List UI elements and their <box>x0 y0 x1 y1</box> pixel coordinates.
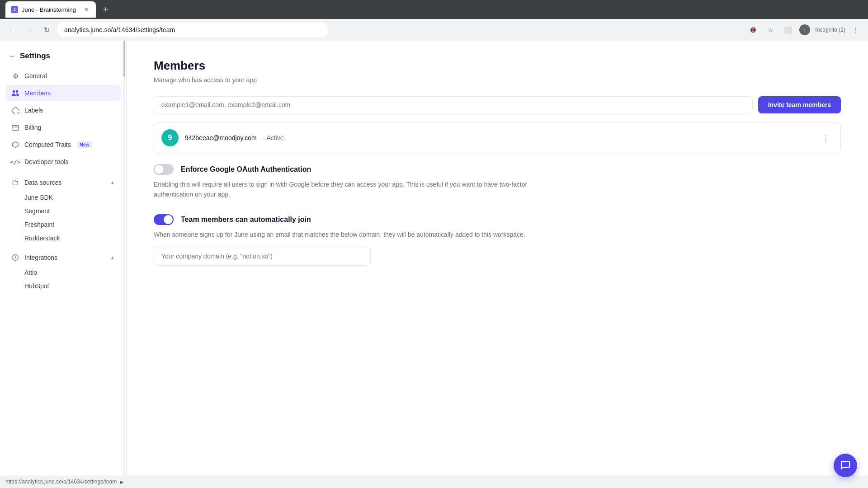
extensions-icon[interactable]: ⬜ <box>781 23 794 37</box>
sidebar-subitem-hubspot[interactable]: HubSpot <box>5 279 121 293</box>
sidebar-title: Settings <box>20 52 50 61</box>
google-oauth-title-row: Enforce Google OAuth Authentication <box>154 164 841 175</box>
data-sources-subitems: June SDK Segment Freshpaint Rudderstack <box>5 191 121 245</box>
auto-join-title: Team members can automatically join <box>181 216 311 224</box>
developer-tools-icon: </> <box>11 157 20 166</box>
new-badge: New <box>77 141 92 148</box>
chevron-up-icon-integrations: ▲ <box>110 254 115 261</box>
tab-close-button[interactable]: ✕ <box>82 5 90 14</box>
invite-team-members-button[interactable]: Invite team members <box>758 96 841 113</box>
integrations-subitems: Attio HubSpot <box>5 266 121 293</box>
sidebar-item-label: Billing <box>24 124 41 131</box>
auto-join-toggle-track[interactable] <box>154 214 174 225</box>
auto-join-toggle[interactable] <box>154 214 174 225</box>
sidebar-subitem-freshpaint[interactable]: Freshpaint <box>5 218 121 231</box>
tab-favicon: J <box>11 6 18 13</box>
bookmark-icon[interactable]: ☆ <box>764 23 777 37</box>
sidebar-subitem-june-sdk[interactable]: June SDK <box>5 191 121 204</box>
app-container: ← Settings ⚙ General Members <box>0 41 868 475</box>
sidebar-section-label: Integrations <box>24 254 57 261</box>
sidebar-section-label: Data sources <box>24 179 61 186</box>
member-avatar: 9 <box>161 129 179 146</box>
browser-actions: 📵 ☆ ⬜ I Incognito (2) ⋮ <box>746 23 863 37</box>
tab-title: June - Brainstorming <box>22 6 76 13</box>
auto-join-toggle-thumb <box>164 215 173 224</box>
page-subtitle: Manage who has access to your app <box>154 76 841 84</box>
svg-rect-0 <box>12 126 19 131</box>
google-oauth-description: Enabling this will require all users to … <box>154 179 561 200</box>
profile-icon[interactable]: I <box>798 23 811 37</box>
invite-row: Invite team members <box>154 96 841 113</box>
reload-button[interactable]: ↻ <box>40 23 53 37</box>
browser-chrome: J June - Brainstorming ✕ + <box>0 0 868 19</box>
member-more-button[interactable]: ⋮ <box>818 131 833 145</box>
sidebar-item-label: General <box>24 72 47 80</box>
sidebar-section-integrations: Integrations ▲ Attio HubSpot <box>5 249 121 293</box>
company-domain-input[interactable] <box>154 247 371 266</box>
main-content: Members Manage who has access to your ap… <box>127 41 868 475</box>
status-arrow-icon: ▶ <box>120 479 124 484</box>
google-oauth-toggle[interactable] <box>154 164 174 175</box>
google-oauth-title: Enforce Google OAuth Authentication <box>181 165 311 174</box>
invite-email-input[interactable] <box>154 96 753 113</box>
sidebar-nav: ⚙ General Members Labels <box>0 68 126 293</box>
integrations-icon <box>11 253 20 262</box>
member-email: 942beeae@moodjoy.com <box>185 134 257 141</box>
back-button[interactable]: ← <box>5 23 19 37</box>
general-icon: ⚙ <box>11 71 20 80</box>
sidebar-subitem-segment[interactable]: Segment <box>5 204 121 218</box>
computed-traits-icon <box>11 140 20 149</box>
sidebar-subitem-attio[interactable]: Attio <box>5 266 121 279</box>
address-bar-row: ← → ↻ 📵 ☆ ⬜ I Incognito (2) ⋮ <box>0 19 868 41</box>
sidebar-back-button[interactable]: ← Settings <box>0 48 126 68</box>
google-oauth-toggle-track[interactable] <box>154 164 174 175</box>
members-icon <box>11 89 20 98</box>
auto-join-section: Team members can automatically join When… <box>154 214 841 266</box>
scrollbar-track <box>123 41 125 475</box>
page-title: Members <box>154 59 841 73</box>
sidebar-section-data-sources: Data sources ▲ June SDK Segment Freshpai… <box>5 174 121 245</box>
sidebar: ← Settings ⚙ General Members <box>0 41 127 475</box>
data-sources-icon <box>11 178 20 187</box>
chevron-up-icon: ▲ <box>110 179 115 186</box>
incognito-avatar: I <box>799 24 810 35</box>
incognito-label: Incognito (2) <box>815 27 845 33</box>
sidebar-item-general[interactable]: ⚙ General <box>5 68 121 84</box>
sidebar-section-header-data-sources[interactable]: Data sources ▲ <box>5 174 121 191</box>
status-url: https://analytics.june.so/a/14634/settin… <box>5 479 117 485</box>
sidebar-item-members[interactable]: Members <box>5 85 121 101</box>
member-status: - Active <box>263 134 284 141</box>
auto-join-description: When someone signs up for June using an … <box>154 230 561 239</box>
new-tab-button[interactable]: + <box>99 3 112 17</box>
back-arrow-icon: ← <box>9 52 16 60</box>
sidebar-item-computed-traits[interactable]: Computed Traits New <box>5 136 121 153</box>
sidebar-item-label: Labels <box>24 107 43 114</box>
member-row: 9 942beeae@moodjoy.com - Active ⋮ <box>154 122 841 153</box>
auto-join-title-row: Team members can automatically join <box>154 214 841 225</box>
forward-button[interactable]: → <box>23 23 36 37</box>
google-oauth-section: Enforce Google OAuth Authentication Enab… <box>154 164 841 200</box>
sidebar-subitem-rudderstack[interactable]: Rudderstack <box>5 231 121 245</box>
menu-icon[interactable]: ⋮ <box>849 23 863 37</box>
sidebar-item-labels[interactable]: Labels <box>5 102 121 118</box>
browser-tab[interactable]: J June - Brainstorming ✕ <box>5 1 96 18</box>
sidebar-section-header-integrations[interactable]: Integrations ▲ <box>5 249 121 266</box>
address-input[interactable] <box>57 23 328 37</box>
sidebar-item-billing[interactable]: Billing <box>5 119 121 136</box>
billing-icon <box>11 123 20 132</box>
sidebar-item-label: Developer tools <box>24 158 68 165</box>
labels-icon <box>11 106 20 115</box>
sidebar-item-label: Computed Traits <box>24 141 71 148</box>
google-oauth-toggle-thumb <box>155 165 164 174</box>
sidebar-item-label: Members <box>24 89 51 97</box>
chat-button[interactable] <box>834 454 857 477</box>
sidebar-item-developer-tools[interactable]: </> Developer tools <box>5 154 121 170</box>
cast-icon: 📵 <box>746 23 760 37</box>
scrollbar-thumb <box>123 41 125 77</box>
status-bar: https://analytics.june.so/a/14634/settin… <box>0 475 868 488</box>
sidebar-scrollbar <box>123 41 126 475</box>
